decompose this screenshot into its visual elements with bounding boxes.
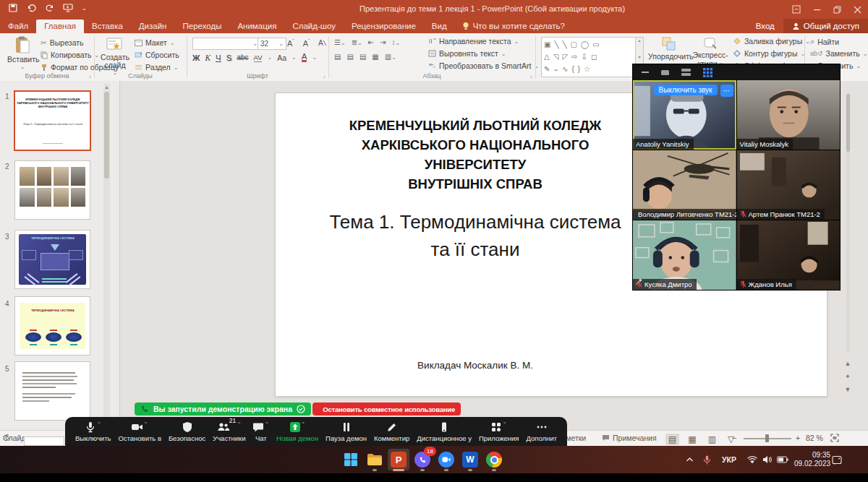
security-button[interactable]: Безопаснос xyxy=(166,417,208,446)
clipboard-group: Буфер обмена⌟ xyxy=(0,33,94,81)
zoom-in-button[interactable]: + xyxy=(796,434,800,442)
ribbon-tab-row: Файл Главная Вставка Дизайн Переходы Ани… xyxy=(0,19,868,33)
minimize-button[interactable] xyxy=(806,0,827,19)
speaker-view-icon[interactable] xyxy=(661,69,669,76)
language-indicator[interactable]: УКР xyxy=(722,446,736,473)
font-dialog-launcher[interactable]: ⌟ xyxy=(323,72,326,79)
minimize-panel-icon[interactable] xyxy=(642,69,649,76)
start-slideshow-icon[interactable] xyxy=(63,4,73,12)
reading-view-button[interactable]: ▥ xyxy=(705,434,719,445)
new-share-button[interactable]: ⌄ Новая демон xyxy=(273,417,321,446)
file-explorer-button[interactable] xyxy=(364,449,386,470)
wifi-icon[interactable] xyxy=(747,446,757,473)
slide-sorter-view-button[interactable]: ▦ xyxy=(685,434,699,445)
slide-scrollbar[interactable]: ▲ ✦ ▼ xyxy=(844,92,852,410)
clipboard-dialog-launcher[interactable]: ⌟ xyxy=(88,72,91,79)
close-button[interactable] xyxy=(846,0,868,19)
ribbon-display-options-button[interactable] xyxy=(786,0,807,19)
slide-number: 1 xyxy=(5,92,9,100)
zoom-level[interactable]: 82 % xyxy=(806,434,823,442)
microphone-icon xyxy=(85,421,96,433)
zoom-taskbar-button[interactable] xyxy=(435,449,457,470)
shield-check-icon xyxy=(297,405,305,413)
person-icon xyxy=(792,22,800,30)
stop-video-button[interactable]: ⌄ Остановить в xyxy=(115,417,164,446)
word-taskbar-button[interactable]: W xyxy=(459,449,481,470)
restore-button[interactable] xyxy=(826,0,848,19)
undo-icon[interactable] xyxy=(26,4,36,12)
microphone-in-use-icon[interactable] xyxy=(703,446,711,473)
participant-tile[interactable]: Кусяка Дмитро xyxy=(633,220,736,290)
zoom-slider-thumb[interactable] xyxy=(765,434,769,442)
windows-taskbar: P 18 W УКР 09:3509.02.2023 xyxy=(0,446,868,473)
gallery-view-icon[interactable] xyxy=(703,68,712,77)
replace-button[interactable]: ab↺Заменить⌄ xyxy=(810,49,867,58)
participant-tile[interactable]: Выключить звук ⋯ Anatoliy Yanitskiy xyxy=(633,80,736,150)
mute-button[interactable]: ⌄ Выключить xyxy=(72,417,114,446)
slide-thumbnail-6[interactable] xyxy=(24,436,64,446)
apps-icon xyxy=(490,421,502,433)
tray-expand-button[interactable] xyxy=(686,446,694,473)
participant-tile[interactable]: Володимир Литовченко ТМ21-2 xyxy=(633,150,736,220)
tab-transitions[interactable]: Переходы xyxy=(174,20,229,33)
mute-participant-button[interactable]: Выключить звук xyxy=(654,85,718,95)
quick-access-menu-icon[interactable]: ⌄ xyxy=(82,5,87,12)
notification-center-button[interactable] xyxy=(832,446,842,473)
thumbnail-scrollbar[interactable]: ▲ xyxy=(103,83,110,423)
zoom-out-button[interactable]: − xyxy=(732,434,736,442)
tab-animations[interactable]: Анимация xyxy=(229,20,284,33)
slide-thumbnail-5[interactable] xyxy=(14,361,90,421)
participants-button[interactable]: 21⌄ Участники xyxy=(210,417,248,446)
next-slide-button[interactable]: ▼ xyxy=(843,386,853,393)
find-button[interactable]: ⌕Найти xyxy=(810,37,839,46)
powerpoint-taskbar-button[interactable]: P xyxy=(388,449,409,470)
tab-insert[interactable]: Вставка xyxy=(84,20,131,33)
redo-icon[interactable] xyxy=(45,4,54,12)
fit-slide-button[interactable] xyxy=(830,434,839,442)
signin-button[interactable]: Вход xyxy=(747,22,783,30)
share-button[interactable]: Общий доступ xyxy=(783,19,868,33)
zoom-panel-header[interactable] xyxy=(633,64,840,80)
more-button[interactable]: Дополнит xyxy=(523,417,560,446)
start-button[interactable] xyxy=(340,449,362,470)
remote-control-button[interactable]: Дистанционное у xyxy=(414,417,475,446)
tab-slideshow[interactable]: Слайд-шоу xyxy=(284,20,344,33)
scrollbar-option-button[interactable]: ✦ xyxy=(843,373,853,380)
paragraph-dialog-launcher[interactable]: ⌟ xyxy=(529,72,532,79)
tab-view[interactable]: Вид xyxy=(424,20,455,33)
strip-view-icon[interactable] xyxy=(681,69,691,76)
zoom-video-panel[interactable]: Выключить звук ⋯ Anatoliy Yanitskiy Vita… xyxy=(632,64,841,291)
muted-mic-icon xyxy=(740,210,746,218)
lightbulb-icon xyxy=(462,22,469,30)
normal-view-button[interactable]: ▤ xyxy=(665,434,679,445)
chrome-taskbar-button[interactable] xyxy=(483,449,505,470)
stop-share-button[interactable]: Остановить совместное использование xyxy=(312,403,461,416)
tab-home[interactable]: Главная xyxy=(36,20,84,33)
slide-number: 3 xyxy=(5,233,9,241)
pause-share-button[interactable]: Пауза демон xyxy=(323,417,370,446)
previous-slide-button[interactable]: ▲ xyxy=(843,360,853,367)
tab-review[interactable]: Рецензирование xyxy=(344,20,424,33)
participant-tile[interactable]: Vitaliy Moskalyk xyxy=(737,80,841,150)
tab-file[interactable]: Файл xyxy=(0,20,36,33)
slide-thumbnail-2[interactable] xyxy=(14,160,90,220)
participant-tile[interactable]: Жданов Илья xyxy=(737,220,841,290)
chat-button[interactable]: ⌄ Чат xyxy=(250,417,272,446)
tab-design[interactable]: Дизайн xyxy=(131,20,175,33)
slide-number: 5 xyxy=(5,365,9,373)
chrome-icon xyxy=(486,452,502,468)
slide-thumbnail-4[interactable]: ТЕРМОДИНАМІЧНА СИСТЕМА xyxy=(14,296,90,356)
save-icon[interactable] xyxy=(9,4,17,12)
tellme-box[interactable]: Что вы хотите сделать? xyxy=(455,20,572,33)
volume-icon[interactable] xyxy=(762,446,772,473)
participant-more-button[interactable]: ⋯ xyxy=(720,85,733,97)
slide-thumbnail-3[interactable]: ТЕРМОДИНАМІЧНА СИСТЕМА xyxy=(14,230,90,289)
battery-icon[interactable] xyxy=(777,446,788,473)
slide-thumbnail-1[interactable]: КРЕМЕНЧУЦЬКИЙ ЛЬОТНИЙ КОЛЕДЖ ХАРКІВСЬКОГ… xyxy=(14,90,91,151)
apps-button[interactable]: ⌄ Приложения xyxy=(476,417,522,446)
comments-button[interactable]: Примечания xyxy=(602,434,657,442)
viber-taskbar-button[interactable]: 18 xyxy=(412,449,433,470)
annotate-button[interactable]: Комментир xyxy=(371,417,412,446)
participant-tile[interactable]: Артем Пранюк ТМ21-2 xyxy=(737,150,841,220)
clock[interactable]: 09:3509.02.2023 xyxy=(794,446,830,473)
